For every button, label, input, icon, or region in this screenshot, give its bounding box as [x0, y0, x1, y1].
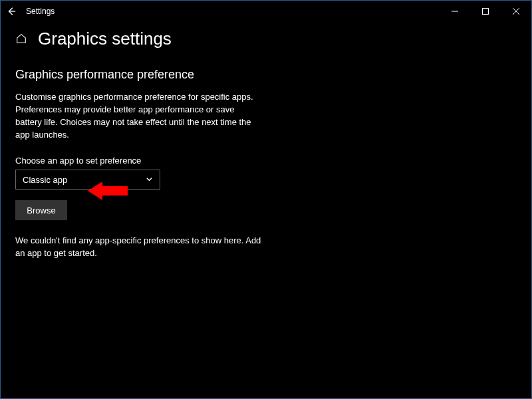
home-button[interactable]	[15, 33, 29, 46]
back-arrow-icon	[7, 7, 16, 16]
svg-rect-0	[483, 9, 489, 15]
app-type-dropdown[interactable]: Classic app	[15, 170, 160, 190]
dropdown-value: Classic app	[23, 175, 67, 185]
chevron-down-icon	[146, 175, 153, 185]
window-controls	[440, 1, 531, 22]
back-button[interactable]	[6, 6, 17, 17]
section-heading: Graphics performance preference	[15, 68, 517, 82]
content-area: Graphics settings Graphics performance p…	[1, 22, 531, 275]
minimize-icon	[452, 8, 458, 15]
close-icon	[513, 8, 519, 15]
minimize-button[interactable]	[440, 1, 470, 22]
empty-state-message: We couldn't find any app-specific prefer…	[15, 235, 261, 260]
browse-button[interactable]: Browse	[15, 200, 67, 220]
titlebar-left: Settings	[6, 6, 55, 17]
maximize-button[interactable]	[470, 1, 501, 22]
maximize-icon	[482, 8, 489, 15]
choose-app-label: Choose an app to set preference	[15, 156, 517, 166]
section-description: Customise graphics performance preferenc…	[15, 91, 261, 141]
page-title: Graphics settings	[38, 29, 172, 49]
close-button[interactable]	[501, 1, 531, 22]
home-icon	[15, 33, 27, 45]
page-header: Graphics settings	[15, 29, 517, 49]
titlebar: Settings	[1, 1, 531, 22]
titlebar-title: Settings	[26, 7, 55, 16]
